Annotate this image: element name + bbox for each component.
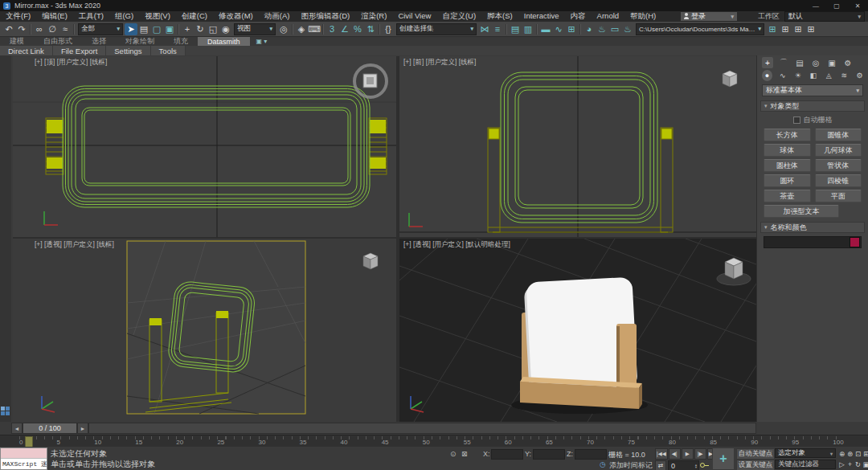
systems-tab[interactable]: ⚙: [854, 70, 865, 81]
snap-toggle-3d-icon[interactable]: 3: [326, 23, 338, 35]
object-type-button-1[interactable]: 圆锥体: [815, 129, 862, 141]
menu-item-16[interactable]: 帮助(H): [624, 11, 661, 22]
select-and-place-icon[interactable]: ◉: [219, 23, 232, 35]
select-and-move-icon[interactable]: +: [181, 23, 194, 35]
hierarchy-tab[interactable]: ▤: [794, 57, 805, 68]
menu-item-4[interactable]: 视图(V): [139, 11, 176, 22]
viewport-label[interactable]: [+] [顶] [用户定义] [线框]: [35, 58, 107, 67]
ribbon-tab-建模[interactable]: 建模: [0, 37, 34, 46]
object-color-swatch[interactable]: [850, 237, 860, 247]
curve-editor-icon[interactable]: ∿: [552, 23, 565, 35]
create-tab[interactable]: +: [762, 57, 773, 68]
track-bar[interactable]: 0510152025303540455055606570758085909510…: [0, 435, 868, 448]
viewport-top[interactable]: [+] [顶] [用户定义] [线框]: [13, 56, 396, 237]
viewport-perspective-wire[interactable]: [+] [透视] [用户定义] [线框]: [13, 239, 396, 422]
object-type-button-4[interactable]: 圆柱体: [764, 159, 811, 172]
modify-tab[interactable]: ⌒: [778, 57, 789, 68]
zoom-icon[interactable]: ⊕: [838, 448, 845, 459]
display-tab[interactable]: ▣: [826, 57, 837, 68]
menu-item-7[interactable]: 动画(A): [259, 11, 296, 22]
select-and-link-icon[interactable]: ∞: [33, 23, 46, 35]
time-slider-handle[interactable]: 0 / 100: [23, 423, 77, 434]
spacewarps-tab[interactable]: ≋: [839, 70, 850, 81]
selection-set-dropdown[interactable]: 选定对象 ▾: [775, 448, 836, 458]
bind-to-space-warp-icon[interactable]: ≈: [59, 23, 72, 35]
login-button[interactable]: 登录 ▾: [681, 12, 737, 21]
previous-key-button[interactable]: ◀|: [669, 448, 681, 460]
project-tool-3-icon[interactable]: ⊞: [792, 23, 805, 35]
zoom-extents-all-icon[interactable]: ⊞: [862, 448, 868, 459]
motion-tab[interactable]: ◎: [810, 57, 821, 68]
cameras-tab[interactable]: ◧: [808, 70, 818, 81]
ribbon-subtab-direct-link[interactable]: Direct Link: [0, 46, 53, 55]
menu-item-8[interactable]: 图形编辑器(D): [295, 11, 355, 22]
viewport-front-canvas[interactable]: [399, 56, 756, 237]
autogrid-checkbox[interactable]: [793, 116, 800, 124]
maxscript-output-row[interactable]: [1, 448, 47, 459]
key-mode-toggle[interactable]: ⇄: [655, 460, 666, 470]
viewport-layout-tab-icon[interactable]: [1, 407, 10, 415]
zoom-extents-icon[interactable]: ⊡: [854, 448, 862, 459]
zoom-all-icon[interactable]: ⊛: [846, 448, 854, 459]
primitive-category-dropdown[interactable]: 标准基本体 ▾: [762, 84, 863, 96]
menu-item-14[interactable]: 内容: [565, 11, 592, 22]
object-name-field[interactable]: [764, 236, 862, 248]
utilities-tab[interactable]: ⚙: [842, 57, 854, 68]
workspace-dropdown[interactable]: 默认 ▾: [784, 11, 865, 22]
mirror-icon[interactable]: ⋈: [478, 23, 491, 35]
viewport-top-canvas[interactable]: [13, 56, 396, 237]
set-key-button[interactable]: 设置关键点: [736, 460, 775, 470]
menu-item-15[interactable]: Arnold: [592, 11, 624, 22]
menu-item-0[interactable]: 文件(F): [0, 11, 36, 22]
rollout-name-color[interactable]: ▾ 名称和颜色: [760, 222, 865, 233]
project-tool-2-icon[interactable]: ⊞: [779, 23, 792, 35]
time-slider-track[interactable]: [88, 423, 756, 434]
percent-snap-toggle-icon[interactable]: %: [351, 23, 364, 35]
geometry-tab[interactable]: ●: [762, 70, 772, 81]
viewport-label[interactable]: [+] [透视] [用户定义] [默认明暗处理]: [403, 240, 510, 250]
unlink-selection-icon[interactable]: ∅: [46, 23, 59, 35]
object-type-button-7[interactable]: 四棱锥: [815, 174, 862, 187]
use-pivot-point-center-icon[interactable]: ◎: [277, 23, 290, 35]
next-key-button[interactable]: |▶: [694, 448, 706, 460]
toggle-ribbon-icon[interactable]: ▬: [539, 23, 552, 35]
y-coordinate-field[interactable]: [533, 449, 565, 460]
key-filters-button[interactable]: 关键点过滤器: [775, 460, 836, 469]
viewport-perspective-shaded[interactable]: [+] [透视] [用户定义] [默认明暗处理]: [399, 239, 756, 422]
pan-navigation-button[interactable]: +: [712, 448, 735, 470]
rectangular-selection-region-icon[interactable]: ▢: [150, 23, 163, 35]
window-crossing-toggle-icon[interactable]: ▣: [163, 23, 176, 35]
select-by-name-icon[interactable]: ▤: [137, 23, 150, 35]
keyboard-shortcut-override-icon[interactable]: ⌨: [308, 23, 321, 35]
menu-item-2[interactable]: 工具(T): [73, 11, 109, 22]
render-production-icon[interactable]: ♨: [621, 23, 634, 35]
menu-item-12[interactable]: 脚本(S): [481, 11, 518, 22]
ribbon-tab-menu-icon[interactable]: ▣ ▾: [250, 38, 274, 45]
undo-icon[interactable]: ↶: [2, 23, 15, 35]
reference-coordinate-dropdown[interactable]: 视图▾: [234, 23, 276, 35]
toggle-scene-explorer-icon[interactable]: ▤: [509, 23, 522, 35]
project-tool-4-icon[interactable]: ⊞: [805, 23, 817, 35]
shapes-tab[interactable]: ∿: [777, 70, 788, 81]
maxscript-mini-listener[interactable]: MAXScript 迷: [0, 448, 47, 470]
object-type-button-0[interactable]: 长方体: [764, 129, 811, 141]
next-frame-button[interactable]: ►: [77, 423, 88, 434]
x-coordinate-field[interactable]: [491, 449, 523, 460]
object-type-button-2[interactable]: 球体: [764, 144, 811, 157]
select-and-rotate-icon[interactable]: ↻: [194, 23, 207, 35]
project-folder-dropdown[interactable]: C:\Users\Occludar\Documents\3ds Max 2020…: [636, 23, 764, 35]
schematic-view-icon[interactable]: ⊞: [565, 23, 578, 35]
render-setup-icon[interactable]: ♨: [596, 23, 608, 35]
menu-item-9[interactable]: 渲染(R): [355, 11, 392, 22]
menu-item-13[interactable]: Interactive: [518, 11, 565, 22]
close-button[interactable]: ✕: [847, 2, 868, 10]
select-object-icon[interactable]: ➤: [125, 23, 137, 35]
object-type-button-6[interactable]: 圆环: [764, 174, 811, 187]
project-tool-1-icon[interactable]: ⊞: [766, 23, 779, 35]
orbit-icon[interactable]: ↻: [854, 459, 862, 469]
viewport-divider-vertical[interactable]: [396, 56, 399, 422]
viewcube[interactable]: [363, 253, 378, 269]
add-time-tag-button[interactable]: 添加时间标记: [609, 460, 653, 470]
go-to-start-button[interactable]: |◀◀: [655, 448, 668, 460]
selection-filter-dropdown[interactable]: 全部▾: [78, 23, 123, 35]
